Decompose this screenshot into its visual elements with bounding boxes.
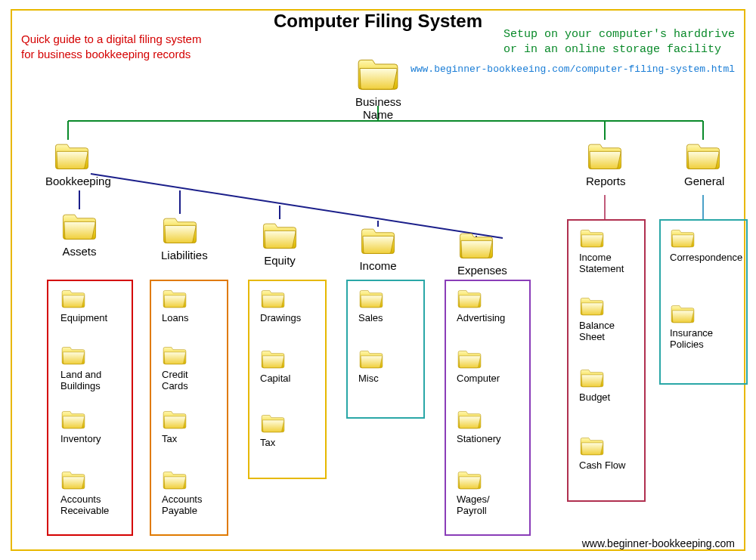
folder-icon <box>579 435 605 456</box>
folder-label: Assets <box>60 245 98 258</box>
folder-root: Business Name <box>355 54 401 122</box>
item-income-1: Misc <box>358 348 415 385</box>
folder-icon <box>162 344 187 365</box>
item-liabilities-2: Tax <box>162 408 218 445</box>
item-general-1: Insurance Policies <box>670 302 742 351</box>
item-label: Correspondence <box>670 252 742 264</box>
folder-icon <box>670 302 696 323</box>
folder-icon <box>260 348 286 369</box>
folder-label: General <box>684 175 722 187</box>
item-assets-3: Accounts Receivable <box>60 469 121 517</box>
folder-icon <box>457 348 482 369</box>
folder-icon <box>162 408 187 429</box>
folder-icon <box>358 287 384 308</box>
item-label: Tax <box>260 438 317 449</box>
folder-liabilities: Liabilities <box>161 214 199 261</box>
folder-icon <box>260 287 286 308</box>
item-expenses-3: Wages/ Payroll <box>457 469 525 517</box>
item-label: Balance Sheet <box>579 320 640 343</box>
item-reports-0: Income Statement <box>579 227 640 275</box>
folder-icon <box>355 54 401 91</box>
item-label: Cash Flow <box>579 460 640 472</box>
folder-income: Income <box>359 224 397 272</box>
item-reports-1: Balance Sheet <box>579 295 640 343</box>
folder-label: Liabilities <box>161 249 199 261</box>
item-reports-2: Budget <box>579 367 640 404</box>
folder-icon <box>579 367 605 388</box>
folder-icon <box>60 210 98 240</box>
item-assets-2: Inventory <box>60 408 121 445</box>
item-income-0: Sales <box>358 287 415 324</box>
item-label: Capital <box>260 373 317 385</box>
folder-icon <box>579 295 605 316</box>
item-label: Misc <box>358 373 415 385</box>
item-label: Tax <box>162 434 218 445</box>
item-equity-0: Drawings <box>260 287 317 324</box>
item-label: Sales <box>358 313 415 324</box>
folder-label: Equity <box>261 254 299 267</box>
item-liabilities-3: Accounts Payable <box>162 469 218 517</box>
item-label: Wages/ Payroll <box>457 494 525 517</box>
folder-label: Business Name <box>355 95 401 122</box>
folder-icon <box>60 287 86 308</box>
folder-equity: Equity <box>261 219 299 267</box>
item-label: Credit Cards <box>162 370 218 392</box>
item-label: Budget <box>579 392 640 404</box>
item-label: Land and Buildings <box>60 370 121 392</box>
item-label: Income Statement <box>579 252 640 275</box>
folder-icon <box>457 469 482 490</box>
item-expenses-0: Advertising <box>457 287 525 324</box>
folder-label: Income <box>359 259 397 272</box>
item-label: Equipment <box>60 313 121 324</box>
item-label: Inventory <box>60 434 121 445</box>
item-equity-1: Capital <box>260 348 317 385</box>
item-general-0: Correspondence <box>670 227 742 264</box>
folder-label: Reports <box>586 175 624 187</box>
item-liabilities-1: Credit Cards <box>162 344 218 392</box>
item-assets-1: Land and Buildings <box>60 344 121 392</box>
folder-icon <box>684 140 722 170</box>
item-expenses-2: Stationery <box>457 408 525 445</box>
folder-label: Expenses <box>457 264 495 277</box>
folder-icon <box>261 219 299 249</box>
item-label: Loans <box>162 313 218 324</box>
item-label: Insurance Policies <box>670 328 742 351</box>
item-label: Accounts Receivable <box>60 494 121 517</box>
folder-icon <box>53 140 91 170</box>
folder-icon <box>358 348 384 369</box>
folder-icon <box>60 408 86 429</box>
item-label: Stationery <box>457 434 525 445</box>
folder-icon <box>457 229 495 259</box>
folder-icon <box>670 227 696 248</box>
folder-icon <box>162 287 187 308</box>
folder-assets: Assets <box>60 210 98 258</box>
item-label: Advertising <box>457 313 525 324</box>
folder-icon <box>60 469 86 490</box>
item-equity-2: Tax <box>260 412 317 449</box>
folder-icon <box>586 140 624 170</box>
item-reports-3: Cash Flow <box>579 435 640 472</box>
item-assets-0: Equipment <box>60 287 121 324</box>
folder-icon <box>161 214 199 244</box>
item-label: Drawings <box>260 313 317 324</box>
folder-icon <box>60 344 86 365</box>
folder-icon <box>162 469 187 490</box>
folder-bookkeeping: Bookkeeping <box>45 140 98 187</box>
folder-expenses: Expenses <box>457 229 495 277</box>
folder-icon <box>579 227 605 248</box>
item-label: Accounts Payable <box>162 494 218 517</box>
folder-icon <box>260 412 286 433</box>
item-expenses-1: Computer <box>457 348 525 385</box>
folder-reports: Reports <box>586 140 624 187</box>
item-label: Computer <box>457 373 525 385</box>
folder-icon <box>359 224 397 255</box>
folder-general: General <box>684 140 722 187</box>
folder-label: Bookkeeping <box>45 175 98 187</box>
folder-icon <box>457 408 482 429</box>
item-liabilities-0: Loans <box>162 287 218 324</box>
folder-icon <box>457 287 482 308</box>
